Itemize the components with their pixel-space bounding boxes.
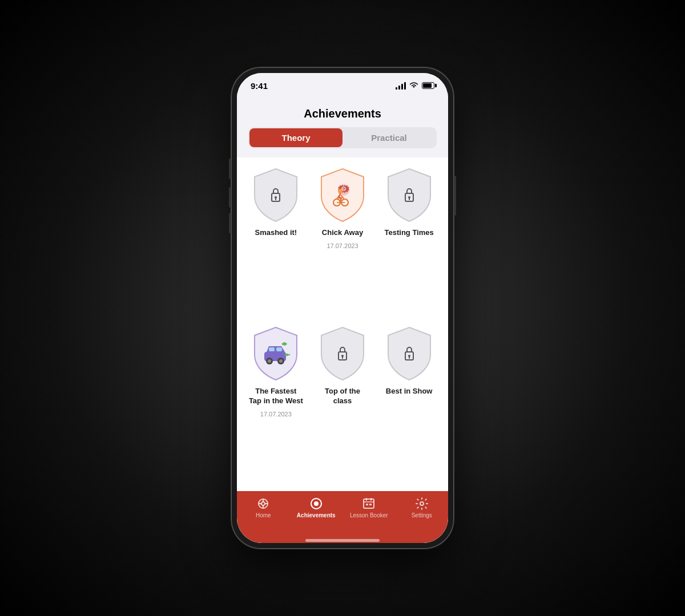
signal-icon (396, 82, 406, 90)
achievement-chick-away[interactable]: ? Chick Away (315, 167, 370, 314)
nav-label-home: Home (256, 512, 271, 518)
tab-switcher: Theory Practical (248, 127, 437, 148)
nav-item-achievements[interactable]: Achievements (290, 497, 343, 518)
status-time: 9:41 (251, 81, 268, 91)
achievement-name: Best in Show (386, 387, 433, 396)
achievement-top-of-class[interactable]: Top of the class (315, 325, 370, 482)
wifi-icon (409, 82, 418, 90)
achievement-name: Top of the class (315, 387, 370, 406)
nav-item-settings[interactable]: Settings (396, 497, 449, 518)
phone-screen: 9:41 (237, 73, 448, 543)
achievement-name: Smashed it! (255, 228, 297, 238)
tab-practical[interactable]: Practical (342, 128, 436, 147)
app-content: Achievements Theory Practical (237, 98, 448, 543)
achievement-name: Chick Away (322, 228, 363, 238)
battery-fill (423, 83, 432, 88)
achievement-date: 17.07.2023 (327, 242, 358, 249)
achievement-name: Testing Times (385, 228, 434, 238)
page-title: Achievements (248, 107, 437, 120)
svg-point-17 (268, 359, 271, 363)
nav-item-home[interactable]: Home (237, 497, 290, 518)
nav-item-lesson-booker[interactable]: Lesson Booker (342, 497, 396, 518)
home-indicator-area (237, 538, 448, 543)
achievements-icon (309, 497, 323, 510)
svg-point-43 (420, 502, 424, 505)
svg-rect-15 (276, 347, 282, 351)
achievement-date: 17.07.2023 (260, 411, 292, 418)
settings-icon (415, 497, 429, 510)
lesson-booker-icon (362, 497, 376, 510)
bottom-nav: Home Achievements (237, 491, 448, 538)
home-indicator-bar (305, 539, 380, 542)
achievement-testing-times[interactable]: Testing Times (381, 167, 437, 314)
achievements-grid: Smashed it! (237, 157, 448, 491)
status-icons (396, 82, 434, 90)
nav-label-achievements: Achievements (297, 512, 336, 518)
phone-outer: 9:41 (231, 67, 454, 549)
nav-label-lesson-booker: Lesson Booker (350, 512, 388, 518)
svg-rect-37 (364, 499, 374, 508)
achievement-name: The Fastest Tap in the West (248, 387, 304, 406)
svg-point-35 (314, 501, 319, 506)
svg-rect-42 (369, 504, 372, 505)
achievement-best-in-show[interactable]: Best in Show (381, 325, 437, 482)
achievement-smashed-it[interactable]: Smashed it! (248, 167, 304, 314)
svg-point-29 (261, 502, 265, 505)
svg-rect-20 (285, 354, 288, 356)
svg-text:?: ? (342, 187, 345, 191)
achievement-fastest-tap[interactable]: The Fastest Tap in the West 17.07.2023 (248, 325, 304, 482)
nav-label-settings: Settings (412, 512, 432, 518)
battery-icon (422, 82, 434, 89)
svg-point-19 (279, 359, 283, 363)
tab-theory[interactable]: Theory (249, 128, 342, 147)
svg-rect-14 (269, 347, 275, 351)
app-header: Achievements (237, 98, 448, 127)
status-bar: 9:41 (237, 73, 448, 98)
svg-rect-41 (366, 504, 368, 505)
home-icon (256, 497, 270, 510)
